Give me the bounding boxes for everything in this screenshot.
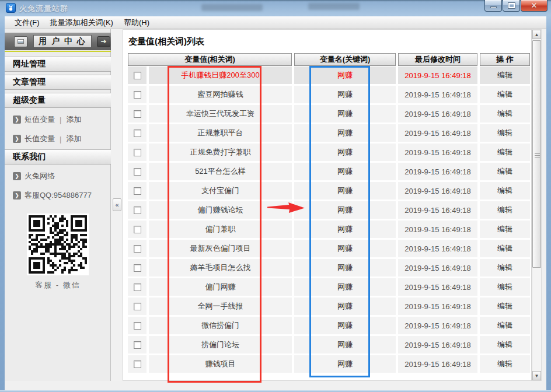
chevron-right-icon: ❯ (13, 116, 21, 124)
row-edit-link[interactable]: 编辑 (480, 298, 530, 315)
row-checkbox[interactable] (134, 187, 141, 195)
sidebar-toolbar: 用 户 中 心 ➔ (5, 33, 111, 50)
row-edit-link[interactable]: 编辑 (480, 278, 530, 296)
sidebar-item-super-variable[interactable]: 超级变量 (5, 93, 111, 108)
row-modified-time: 2019-9-15 16:49:18 (398, 240, 477, 257)
row-edit-link[interactable]: 编辑 (480, 220, 530, 238)
sidebar-item-short-variable[interactable]: ❯ 短值变量 | 添加 (5, 112, 111, 127)
close-button[interactable]: ✕ (521, 0, 547, 12)
row-checkbox[interactable] (134, 72, 141, 79)
row-edit-link[interactable]: 编辑 (480, 163, 530, 180)
row-modified-time: 2019-9-15 16:49:18 (398, 182, 477, 200)
maximize-button[interactable] (503, 0, 520, 12)
chevron-right-icon: ❯ (13, 135, 21, 143)
row-checkbox[interactable] (134, 284, 141, 291)
scroll-up-button[interactable]: ▲ (532, 30, 541, 39)
short-variable-label[interactable]: 短值变量 (25, 114, 55, 125)
table-header: 变量值(相关词) 变量名(关键词) 最后修改时间 操 作 (123, 53, 532, 66)
row-edit-link[interactable]: 编辑 (480, 355, 530, 373)
row-edit-link[interactable]: 编辑 (480, 317, 530, 334)
row-modified-time: 2019-9-15 16:49:18 (398, 66, 477, 84)
service-qq-label[interactable]: 客服QQ:954886777 (25, 190, 92, 201)
collapse-sidebar-button[interactable]: « (113, 198, 121, 211)
scroll-down-icon: ▼ (535, 373, 539, 379)
menu-bar: 文件(F) 批量添加相关词(K) 帮助(H) (5, 16, 546, 29)
arrow-right-icon: ➔ (100, 37, 106, 46)
long-variable-label[interactable]: 长值变量 (25, 134, 55, 144)
row-modified-time: 2019-9-15 16:49:18 (398, 336, 477, 354)
accent-divider (5, 51, 111, 52)
column-header-value[interactable]: 变量值(相关词) (128, 53, 292, 66)
row-checkbox[interactable] (134, 341, 141, 349)
filler (542, 29, 546, 381)
row-checkbox[interactable] (134, 110, 141, 118)
red-annotation-box (168, 66, 261, 383)
sidebar-item-url-manage[interactable]: 网址管理 (5, 57, 111, 72)
menu-file[interactable]: 文件(F) (9, 16, 45, 29)
sidebar-item-service-qq[interactable]: ❯ 客服QQ:954886777 (5, 188, 111, 203)
scroll-down-button[interactable]: ▼ (532, 371, 541, 380)
menu-batch-add-keywords[interactable]: 批量添加相关词(K) (45, 16, 118, 29)
row-edit-link[interactable]: 编辑 (480, 124, 530, 142)
row-checkbox[interactable] (134, 130, 141, 137)
scrollbar-thumb[interactable] (532, 40, 541, 268)
row-modified-time: 2019-9-15 16:49:18 (398, 86, 477, 103)
row-checkbox[interactable] (134, 168, 141, 176)
sidebar-item-huotu-network[interactable]: ❯ 火兔网络 (5, 169, 111, 184)
row-edit-link[interactable]: 编辑 (480, 240, 530, 257)
column-header-name[interactable]: 变量名(关键词) (294, 53, 396, 66)
user-center-button[interactable]: 用 户 中 心 (33, 35, 92, 48)
column-header-action[interactable]: 操 作 (480, 53, 530, 66)
row-modified-time: 2019-9-15 16:49:18 (398, 259, 477, 276)
row-checkbox[interactable] (134, 149, 141, 156)
scroll-up-icon: ▲ (535, 32, 539, 37)
sidebar-item-long-variable[interactable]: ❯ 长值变量 | 添加 (5, 131, 111, 146)
sidebar-collapse-strip: « (111, 29, 123, 381)
row-edit-link[interactable]: 编辑 (480, 144, 530, 161)
row-checkbox[interactable] (134, 206, 141, 214)
vertical-scrollbar[interactable]: ▲ ▼ (532, 29, 542, 381)
row-modified-time: 2019-9-15 16:49:18 (398, 144, 477, 161)
row-checkbox[interactable] (134, 91, 141, 99)
window-title: 火兔流量站群 (19, 4, 68, 14)
close-icon: ✕ (531, 2, 538, 9)
sidebar-item-contact-us[interactable]: 联系我们 (5, 149, 111, 164)
row-checkbox[interactable] (134, 360, 141, 368)
wechat-qr-code (27, 214, 89, 275)
row-edit-link[interactable]: 编辑 (480, 86, 530, 103)
go-button[interactable]: ➔ (97, 36, 110, 47)
row-edit-link[interactable]: 编辑 (480, 66, 530, 84)
sidebar-item-article-manage[interactable]: 文章管理 (5, 75, 111, 90)
huotu-network-label[interactable]: 火兔网络 (25, 171, 55, 181)
panel-toggle-button[interactable] (14, 36, 27, 47)
row-edit-link[interactable]: 编辑 (480, 182, 530, 200)
row-checkbox[interactable] (134, 226, 141, 233)
row-edit-link[interactable]: 编辑 (480, 336, 530, 354)
row-edit-link[interactable]: 编辑 (480, 259, 530, 276)
red-arrow-annotation (267, 201, 306, 215)
panel-title: 变量值(相关词)列表 (128, 36, 204, 47)
row-modified-time: 2019-9-15 16:49:18 (398, 220, 477, 238)
collapse-left-icon: « (115, 201, 118, 208)
row-modified-time: 2019-9-15 16:49:18 (398, 124, 477, 142)
row-modified-time: 2019-9-15 16:49:18 (398, 298, 477, 315)
menu-help[interactable]: 帮助(H) (118, 16, 155, 29)
redacted-text-blur (308, 3, 360, 10)
minimize-button[interactable] (484, 0, 502, 12)
divider: | (60, 135, 61, 144)
qr-code-svg (29, 215, 87, 274)
blue-annotation-box (309, 66, 370, 377)
column-header-modified[interactable]: 最后修改时间 (398, 53, 477, 66)
maximize-icon (508, 3, 515, 8)
row-checkbox[interactable] (134, 322, 141, 330)
row-checkbox[interactable] (134, 245, 141, 253)
long-variable-add-link[interactable]: 添加 (66, 134, 81, 144)
title-bar[interactable]: 火兔流量站群 ✕ (0, 0, 551, 16)
row-checkbox[interactable] (134, 264, 141, 272)
row-checkbox[interactable] (134, 303, 141, 310)
short-variable-add-link[interactable]: 添加 (66, 114, 81, 125)
row-edit-link[interactable]: 编辑 (480, 201, 530, 219)
row-edit-link[interactable]: 编辑 (480, 105, 530, 123)
qr-caption: 客服 - 微信 (5, 280, 111, 290)
panel-icon (18, 39, 24, 44)
